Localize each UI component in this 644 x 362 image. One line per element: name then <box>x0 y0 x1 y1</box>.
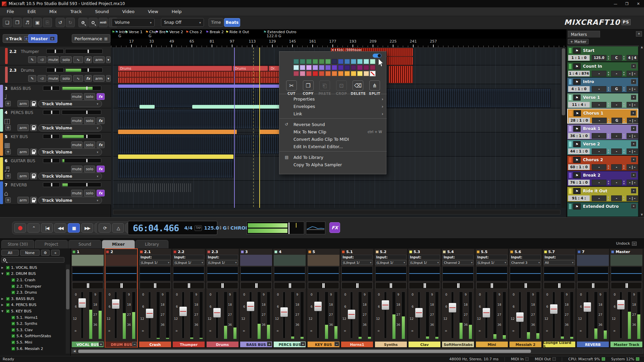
marker-tempo-field[interactable]: - <box>592 148 606 154</box>
markers-tab[interactable]: Markers <box>568 31 600 38</box>
color-swatch[interactable] <box>313 59 318 64</box>
color-swatch[interactable] <box>338 71 343 76</box>
context-item-envelopes[interactable]: Envelopes› <box>279 103 387 110</box>
menu-mix[interactable]: Mix <box>43 7 64 16</box>
track-checkbox-icon[interactable]: ✓ <box>11 328 15 332</box>
input-select[interactable]: (L)Input 1/▾ <box>409 260 440 265</box>
time-mode-button[interactable]: Time <box>209 18 223 27</box>
mixer-strip-2.3[interactable]: 2.3Input:(L)Input 1/▾0612∞9182736Drums <box>206 248 239 348</box>
context-action-crop[interactable]: ⊡CROP <box>334 80 349 96</box>
section-marker-cho[interactable]: ⚑ChoG <box>145 30 156 34</box>
track-checkbox-icon[interactable]: ✓ <box>6 309 10 313</box>
marker-delete-icon[interactable]: ✕ <box>631 126 636 131</box>
marker-key-field[interactable]: G <box>611 86 622 92</box>
marker-color-chip[interactable] <box>569 95 572 100</box>
add-subtrack-button[interactable]: + <box>5 101 11 106</box>
mixer-strip-2[interactable]: 20612∞9182736DRUM BUS− <box>105 248 138 348</box>
clipboard-icon[interactable]: ⎘ <box>43 18 52 27</box>
strip-pan-slider[interactable] <box>173 282 204 289</box>
color-swatch[interactable] <box>325 71 331 76</box>
strip-pan-slider[interactable] <box>72 282 103 289</box>
track-volume-slider[interactable] <box>62 182 101 187</box>
fader-cap[interactable] <box>583 302 591 312</box>
pan-handle[interactable] <box>525 283 527 288</box>
track-checkbox-icon[interactable]: ✓ <box>11 322 15 325</box>
strip-pan-slider[interactable] <box>442 282 474 289</box>
fader-cap[interactable] <box>550 304 558 314</box>
strip-pan-slider[interactable] <box>544 282 575 289</box>
context-item-reverse-sound[interactable]: ↺Reverse Sound <box>279 121 387 128</box>
strip-pan-slider[interactable] <box>409 282 440 289</box>
markers-close-icon[interactable]: ✕ <box>636 31 642 37</box>
marker-key-field[interactable]: - <box>611 133 622 139</box>
tempo-value[interactable]: 125.0 <box>204 225 219 231</box>
mixer-strip-2.2[interactable]: 2.2Input:(L)Input 1/▾0612∞9182736Thumper <box>172 248 205 348</box>
input-select[interactable]: (L)Input 1/▾ <box>173 260 204 265</box>
track-checkbox-icon[interactable]: ✓ <box>6 297 10 301</box>
marker-color-chip[interactable] <box>569 48 572 53</box>
clip-stripes[interactable] <box>389 66 413 83</box>
zoom-in-icon[interactable] <box>78 18 88 27</box>
menu-track[interactable]: Track <box>63 7 88 16</box>
mixer-strip-5.7[interactable]: 5.7Input:All▾0612∞9182736Lounge Lizard S… <box>543 248 576 348</box>
mute-button[interactable]: mute <box>71 141 83 148</box>
marker-tempo-spinner[interactable]: ▲ ▼ <box>607 148 610 154</box>
color-swatch[interactable] <box>313 65 318 70</box>
clip-wavegray[interactable] <box>118 183 192 192</box>
mute-button[interactable]: mute <box>71 93 83 100</box>
add-track-button[interactable]: +Track≡ <box>3 34 32 43</box>
strip-expand-button[interactable]: − <box>334 342 339 346</box>
marker-position-field[interactable]: 60 : 1 : 0 <box>568 164 590 170</box>
track-volume-slider[interactable] <box>65 49 103 54</box>
mixer-strip-5.1[interactable]: 5.1Input:(L)Input 1/▾0612∞9182736Horns1 <box>340 248 374 348</box>
marker-delete-icon[interactable]: ✕ <box>631 64 636 69</box>
undo-icon[interactable]: ↺ <box>56 18 65 27</box>
color-swatch[interactable] <box>306 65 312 70</box>
master-fx-button[interactable]: FX <box>329 222 340 233</box>
tree-expand-icon[interactable]: ▼ <box>1 272 5 275</box>
marker-row-chorus-2[interactable]: ⚑Chorus 2✕60 : 1 : 0-▲ ▼-▲ ▼- | - <box>567 156 638 171</box>
strip-expand-button[interactable]: + <box>301 342 305 346</box>
arm-button[interactable]: arm <box>17 197 29 203</box>
strip-eq-display[interactable] <box>611 266 642 281</box>
pan-handle[interactable] <box>87 283 89 288</box>
solo-button[interactable]: solo <box>84 166 95 172</box>
fader-cap[interactable] <box>179 306 187 316</box>
fader-cap[interactable] <box>146 308 154 318</box>
markers-scroll-down-icon[interactable]: ▼ <box>640 213 644 217</box>
mute-button[interactable]: mute <box>48 75 59 82</box>
input-select[interactable]: (L)Input 1/▾ <box>207 260 238 265</box>
color-swatch[interactable] <box>306 59 312 64</box>
marker-delete-icon[interactable]: ✕ <box>631 95 636 100</box>
sidebar-item-5-key-bus[interactable]: ▼✓5. KEY BUS <box>0 308 66 314</box>
midi-icon[interactable]: midi <box>99 18 108 27</box>
time-signature[interactable]: 4/4 <box>184 225 193 231</box>
fader-track[interactable] <box>317 292 319 339</box>
fx-button[interactable]: fx <box>97 141 105 148</box>
color-swatch[interactable] <box>332 71 337 76</box>
volume-handle[interactable] <box>86 111 88 114</box>
fader-track[interactable] <box>249 292 252 339</box>
track-checkbox-icon[interactable]: ✓ <box>11 278 15 282</box>
lock-button[interactable] <box>30 124 37 131</box>
context-action-copy[interactable]: ❐COPY <box>301 80 316 96</box>
context-action-paste[interactable]: ⎗PASTE <box>317 80 332 96</box>
pan-handle[interactable] <box>255 283 258 288</box>
section-marker-verse-1[interactable]: ⚑Verse 1 <box>125 30 143 34</box>
marker-signature-field[interactable]: - | - <box>627 102 638 108</box>
pencil-button[interactable]: ✎ <box>28 56 36 63</box>
fader-track[interactable] <box>586 292 589 339</box>
timeline-ruler[interactable]: 1733496581971131291451611771932092252412… <box>111 39 566 48</box>
context-action-cut[interactable]: ✂CUT <box>284 80 299 96</box>
pan-handle[interactable] <box>289 283 291 288</box>
expand-chevron-icon[interactable]: ▾ <box>106 56 111 63</box>
track-row-5[interactable]: 5KEY BUS▦mutesolofx+armTrack Volume▾ <box>0 132 111 157</box>
context-item-properties[interactable]: Properties› <box>279 95 387 103</box>
marker-tempo-field[interactable]: - <box>592 102 606 108</box>
track-volume-slider[interactable] <box>62 134 101 139</box>
sidebar-item-1-vocal-bus[interactable]: ▶✓1. VOCAL BUS <box>0 264 66 271</box>
marker-delete-icon[interactable]: ✕ <box>631 111 636 116</box>
track-checkbox-icon[interactable]: ✓ <box>6 272 10 276</box>
menu-edit[interactable]: Edit <box>21 7 43 16</box>
marker-row-count-in[interactable]: ⚑Count In✕1 : 4 : 874-▲ ▼-▲ ▼- | - <box>567 62 638 77</box>
